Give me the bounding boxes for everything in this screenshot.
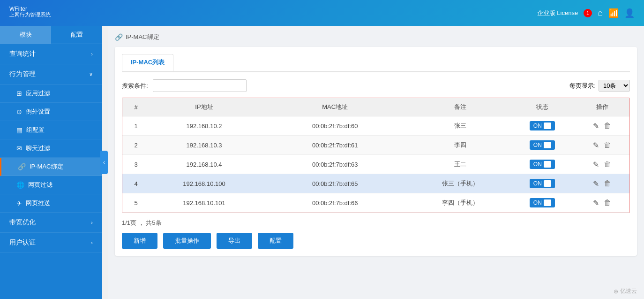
toggle-status-button[interactable]: ON	[530, 121, 555, 130]
ip-mac-table: # IP地址 MAC地址 备注 状态 操作 1 192.168.10.2 00:…	[122, 98, 629, 213]
edit-icon[interactable]: ✎	[593, 179, 599, 188]
sidebar-item-label: 用户认证	[9, 238, 36, 247]
add-button[interactable]: 新增	[122, 233, 157, 249]
cell-status: ON	[509, 193, 575, 213]
link-icon: 🔗	[18, 163, 26, 170]
sidebar-item-exception[interactable]: ⊙ 例外设置	[0, 103, 102, 121]
cell-ip: 192.168.10.100	[150, 174, 259, 193]
delete-icon[interactable]: 🗑	[604, 160, 611, 169]
per-page-selector: 每页显示: 10条 20条 50条 100条	[569, 80, 630, 92]
sidebar-item-label: 例外设置	[26, 107, 50, 116]
notification-badge[interactable]: 1	[584, 9, 592, 17]
cell-action: ✎ 🗑	[575, 193, 629, 213]
sidebar-collapse-arrow[interactable]: ‹	[100, 151, 108, 174]
content-area: 🔗 IP-MAC绑定 IP-MAC列表 搜索条件: 每页显示: 10条 20条 …	[108, 26, 644, 299]
sidebar-item-group-config[interactable]: ▦ 组配置	[0, 121, 102, 139]
sidebar-item-web-filter[interactable]: 🌐 网页过滤	[0, 176, 102, 194]
tab-ip-mac-list[interactable]: IP-MAC列表	[122, 54, 173, 71]
breadcrumb-text: IP-MAC绑定	[126, 33, 159, 41]
wifi-icon[interactable]: 📶	[608, 8, 619, 18]
sidebar-item-chat-filter[interactable]: ✉ 聊天过滤	[0, 139, 102, 158]
cell-note: 李四（手机）	[412, 193, 509, 213]
per-page-select[interactable]: 10条 20条 50条 100条	[599, 80, 630, 92]
cell-note: 李四	[412, 136, 509, 155]
grid-icon: ⊞	[16, 90, 22, 97]
search-input[interactable]	[153, 79, 247, 92]
cell-ip: 192.168.10.4	[150, 155, 259, 174]
chevron-right-icon: ›	[91, 51, 93, 57]
cell-status: ON	[509, 155, 575, 174]
sidebar-item-label: 网页推送	[26, 199, 50, 207]
main-card: IP-MAC列表 搜索条件: 每页显示: 10条 20条 50条 100条	[115, 47, 637, 256]
edit-icon[interactable]: ✎	[593, 199, 599, 207]
breadcrumb-icon: 🔗	[115, 33, 123, 41]
cell-mac: 00:0b:2f:7b:df:61	[259, 136, 412, 155]
web-icon: 🌐	[16, 181, 24, 189]
toggle-status-button[interactable]: ON	[530, 179, 555, 188]
col-header-hash: #	[122, 98, 150, 116]
cell-ip: 192.168.10.101	[150, 193, 259, 213]
delete-icon[interactable]: 🗑	[604, 122, 611, 130]
cell-action: ✎ 🗑	[575, 136, 629, 155]
chat-icon: ✉	[16, 145, 22, 152]
config-button[interactable]: 配置	[258, 233, 293, 249]
home-icon[interactable]: ⌂	[598, 8, 603, 18]
chevron-down-icon: ∨	[89, 71, 93, 77]
export-button[interactable]: 导出	[217, 233, 252, 249]
sidebar-item-user-auth[interactable]: 用户认证 ›	[0, 233, 102, 253]
breadcrumb: 🔗 IP-MAC绑定	[115, 33, 637, 41]
cell-id: 2	[122, 136, 150, 155]
edit-icon[interactable]: ✎	[593, 122, 599, 130]
toggle-status-button[interactable]: ON	[530, 198, 555, 207]
brand-icon: ⊛	[614, 288, 618, 295]
delete-icon[interactable]: 🗑	[604, 141, 611, 149]
cell-status: ON	[509, 174, 575, 193]
edit-icon[interactable]: ✎	[593, 141, 599, 150]
col-header-action: 操作	[575, 98, 629, 116]
col-header-note: 备注	[412, 98, 509, 116]
cell-note: 王二	[412, 155, 509, 174]
send-icon: ✈	[16, 199, 22, 207]
table-row: 5 192.168.10.101 00:0b:2f:7b:df:66 李四（手机…	[122, 193, 629, 213]
toggle-status-button[interactable]: ON	[530, 160, 555, 169]
sidebar-tab-module[interactable]: 模块	[0, 26, 51, 44]
col-header-status: 状态	[509, 98, 575, 116]
cell-id: 3	[122, 155, 150, 174]
per-page-label: 每页显示:	[569, 82, 596, 90]
sidebar-item-web-push[interactable]: ✈ 网页推送	[0, 194, 102, 213]
sidebar-tab-config[interactable]: 配置	[51, 26, 102, 44]
license-text: 企业版 License	[537, 9, 578, 17]
cell-id: 4	[122, 174, 150, 193]
cell-mac: 00:0b:2f:7b:df:63	[259, 155, 412, 174]
logo: WFilter 上网行为管理系统	[9, 8, 51, 18]
cell-id: 5	[122, 193, 150, 213]
cell-mac: 00:0b:2f:7b:df:65	[259, 174, 412, 193]
sidebar-item-ip-mac[interactable]: 🔗 IP-MAC绑定	[0, 158, 102, 176]
user-icon[interactable]: 👤	[624, 8, 635, 18]
cell-ip: 192.168.10.2	[150, 116, 259, 136]
toggle-status-button[interactable]: ON	[530, 140, 555, 150]
sidebar-item-app-filter[interactable]: ⊞ 应用过滤	[0, 84, 102, 103]
edit-icon[interactable]: ✎	[593, 160, 599, 169]
cell-status: ON	[509, 136, 575, 155]
sidebar: 模块 配置 查询统计 › 行为管理 ∨ ⊞ 应用过滤 ⊙ 例外设置 ▦ 组配置 …	[0, 26, 102, 299]
sidebar-item-query-stats[interactable]: 查询统计 ›	[0, 44, 102, 64]
sidebar-item-label: 应用过滤	[26, 89, 50, 98]
table-row: 2 192.168.10.3 00:0b:2f:7b:df:61 李四 ON ✎…	[122, 136, 629, 155]
group-icon: ▦	[16, 126, 22, 134]
chevron-right-icon: ›	[91, 220, 93, 225]
delete-icon[interactable]: 🗑	[604, 199, 611, 207]
delete-icon[interactable]: 🗑	[604, 179, 611, 188]
table-row: 3 192.168.10.4 00:0b:2f:7b:df:63 王二 ON ✎…	[122, 155, 629, 174]
card-tabs: IP-MAC列表	[122, 54, 630, 72]
sidebar-item-bandwidth[interactable]: 带宽优化 ›	[0, 213, 102, 233]
sidebar-item-behavior-mgmt[interactable]: 行为管理 ∨	[0, 64, 102, 84]
footer-brand: ⊛ 亿速云	[614, 287, 637, 295]
sidebar-item-label: 带宽优化	[9, 218, 36, 227]
batch-button[interactable]: 批量操作	[163, 233, 211, 249]
bottom-buttons: 新增 批量操作 导出 配置	[122, 233, 630, 249]
sidebar-item-label: 网页过滤	[28, 181, 52, 189]
cell-mac: 00:0b:2f:7b:df:66	[259, 193, 412, 213]
search-label: 搜索条件:	[122, 82, 148, 90]
search-bar: 搜索条件: 每页显示: 10条 20条 50条 100条	[122, 79, 630, 92]
